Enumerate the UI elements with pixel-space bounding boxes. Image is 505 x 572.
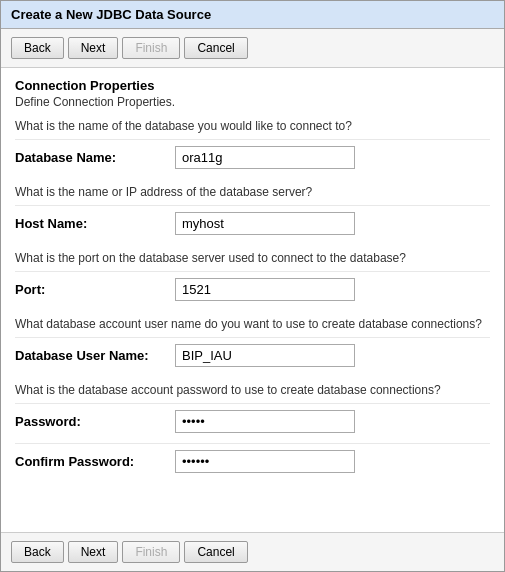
field-row: Confirm Password:	[15, 443, 490, 479]
question-1: What is the name or IP address of the da…	[15, 185, 490, 199]
confirm-password-input[interactable]	[175, 450, 355, 473]
top-toolbar: Back Next Finish Cancel	[1, 29, 504, 68]
label-5: Confirm Password:	[15, 454, 175, 469]
top-finish-button[interactable]: Finish	[122, 37, 180, 59]
fields-container: What is the name of the database you wou…	[15, 119, 490, 479]
port-input[interactable]	[175, 278, 355, 301]
window-title: Create a New JDBC Data Source	[1, 1, 504, 29]
label-1: Host Name:	[15, 216, 175, 231]
content-area: Connection Properties Define Connection …	[1, 68, 504, 532]
top-cancel-button[interactable]: Cancel	[184, 37, 247, 59]
bottom-back-button[interactable]: Back	[11, 541, 64, 563]
question-3: What database account user name do you w…	[15, 317, 490, 331]
top-back-button[interactable]: Back	[11, 37, 64, 59]
database-name-input[interactable]	[175, 146, 355, 169]
db-user-name-input[interactable]	[175, 344, 355, 367]
label-4: Password:	[15, 414, 175, 429]
bottom-toolbar: Back Next Finish Cancel	[1, 532, 504, 571]
host-name-input[interactable]	[175, 212, 355, 235]
field-row: Host Name:	[15, 205, 490, 241]
question-2: What is the port on the database server …	[15, 251, 490, 265]
label-2: Port:	[15, 282, 175, 297]
field-row: Database User Name:	[15, 337, 490, 373]
main-window: Create a New JDBC Data Source Back Next …	[0, 0, 505, 572]
field-row: Port:	[15, 271, 490, 307]
password-input[interactable]	[175, 410, 355, 433]
bottom-finish-button[interactable]: Finish	[122, 541, 180, 563]
label-0: Database Name:	[15, 150, 175, 165]
top-next-button[interactable]: Next	[68, 37, 119, 59]
section-subtitle: Define Connection Properties.	[15, 95, 490, 109]
bottom-next-button[interactable]: Next	[68, 541, 119, 563]
question-4: What is the database account password to…	[15, 383, 490, 397]
field-row: Password:	[15, 403, 490, 439]
section-title: Connection Properties	[15, 78, 490, 93]
label-3: Database User Name:	[15, 348, 175, 363]
bottom-cancel-button[interactable]: Cancel	[184, 541, 247, 563]
field-row: Database Name:	[15, 139, 490, 175]
question-0: What is the name of the database you wou…	[15, 119, 490, 133]
